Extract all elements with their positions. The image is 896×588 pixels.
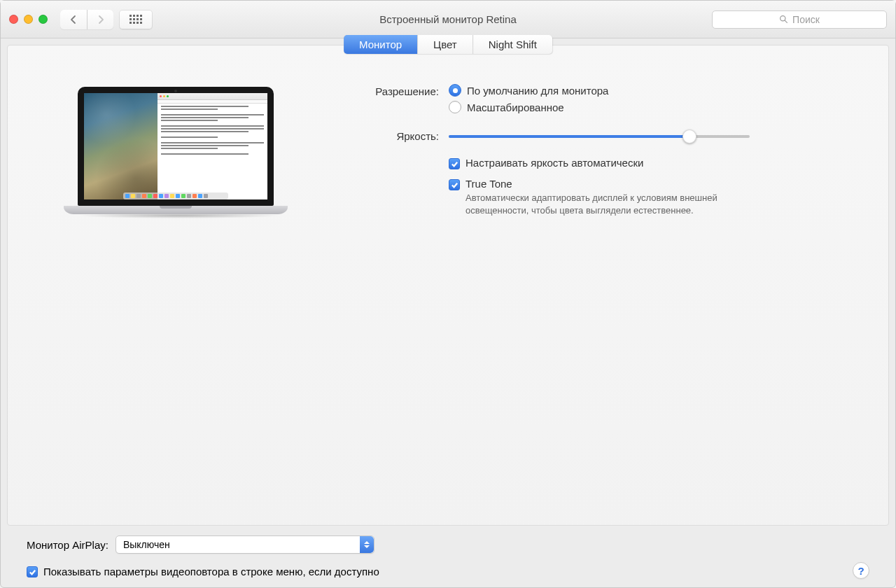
- chevron-left-icon: [70, 15, 77, 24]
- truetone-checkbox[interactable]: True Tone Автоматически адаптировать дис…: [449, 178, 853, 216]
- back-button[interactable]: [60, 10, 87, 29]
- forward-button[interactable]: [87, 10, 113, 29]
- chevron-right-icon: [97, 15, 104, 24]
- auto-brightness-checkbox[interactable]: Настраивать яркость автоматически: [449, 157, 853, 169]
- truetone-description: Автоматически адаптировать дисплей к усл…: [465, 192, 766, 216]
- brightness-label: Яркость:: [337, 129, 449, 144]
- airplay-label: Монитор AirPlay:: [27, 539, 108, 551]
- checkbox-checked-icon: [449, 158, 460, 169]
- resolution-scaled-option[interactable]: Масштабированное: [449, 101, 853, 113]
- airplay-select[interactable]: Выключен: [115, 536, 374, 554]
- show-all-button[interactable]: [119, 10, 153, 29]
- close-window-button[interactable]: [9, 15, 18, 24]
- resolution-default-option[interactable]: По умолчанию для монитора: [449, 84, 853, 97]
- tab-bar: Монитор Цвет Night Shift: [344, 35, 552, 54]
- mirroring-label: Показывать параметры видеоповтора в стро…: [43, 566, 379, 578]
- truetone-label: True Tone: [465, 178, 766, 190]
- titlebar: Встроенный монитор Retina Поиск: [1, 1, 895, 38]
- brightness-slider[interactable]: [449, 129, 750, 144]
- resolution-scaled-label: Масштабированное: [467, 102, 564, 113]
- zoom-window-button[interactable]: [38, 15, 48, 24]
- settings-column: Разрешение: По умолчанию для монитора Ма…: [337, 84, 853, 232]
- tab-color[interactable]: Цвет: [417, 35, 472, 54]
- display-preview: [43, 84, 309, 232]
- airplay-value: Выключен: [123, 539, 170, 550]
- mirroring-checkbox[interactable]: [27, 566, 38, 578]
- resolution-label: Разрешение:: [337, 84, 449, 118]
- tab-monitor[interactable]: Монитор: [344, 35, 417, 54]
- radio-checked-icon: [449, 84, 461, 97]
- content: Монитор Цвет Night Shift: [1, 38, 895, 587]
- checkbox-checked-icon: [449, 179, 460, 190]
- bottom-controls: Монитор AirPlay: Выключен Показывать пар…: [7, 526, 889, 578]
- window-controls: [9, 15, 48, 24]
- search-icon: [779, 15, 788, 24]
- nav-buttons: [60, 10, 113, 29]
- resolution-default-label: По умолчанию для монитора: [467, 85, 608, 97]
- main-panel: Монитор Цвет Night Shift: [7, 45, 889, 526]
- radio-unchecked-icon: [449, 101, 461, 113]
- help-button[interactable]: ?: [853, 562, 869, 579]
- grid-icon: [130, 15, 142, 24]
- search-placeholder: Поиск: [792, 14, 820, 25]
- preferences-window: Встроенный монитор Retina Поиск Монитор …: [0, 0, 896, 588]
- auto-brightness-label: Настраивать яркость автоматически: [465, 157, 643, 169]
- tab-nightshift[interactable]: Night Shift: [472, 35, 552, 54]
- svg-line-1: [785, 20, 787, 22]
- select-arrows-icon: [360, 536, 374, 553]
- laptop-icon: [78, 87, 274, 218]
- search-input[interactable]: Поиск: [712, 10, 887, 29]
- minimize-window-button[interactable]: [24, 15, 33, 24]
